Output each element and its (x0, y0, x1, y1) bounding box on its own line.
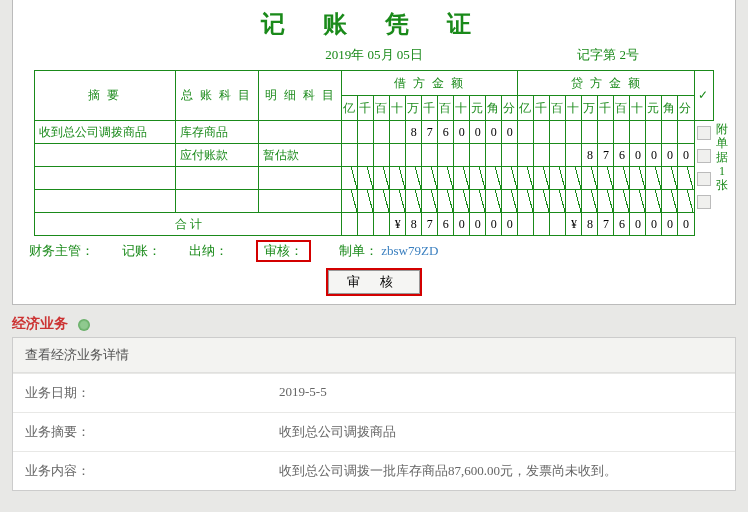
debit-digit (486, 144, 502, 167)
col-debit: 借 方 金 额 (342, 71, 518, 96)
credit-digit (630, 121, 646, 144)
cell-general: 库存商品 (175, 121, 258, 144)
col-summary: 摘 要 (35, 71, 176, 121)
credit-digit (662, 190, 678, 213)
debit-digit (422, 190, 438, 213)
credit-digit (566, 167, 582, 190)
credit-digit (518, 167, 534, 190)
sign-maker-value: zbsw79ZD (381, 243, 438, 258)
credit-digit: 7 (598, 144, 614, 167)
debit-digit (454, 144, 470, 167)
sign-maker-label: 制单： (339, 243, 378, 258)
table-row (35, 167, 714, 190)
credit-digit (550, 121, 566, 144)
cell-sub: 暂估款 (259, 144, 342, 167)
debit-digit (390, 144, 406, 167)
credit-digit (614, 190, 630, 213)
detail-key: 业务摘要： (13, 413, 267, 451)
signoff-row: 财务主管： 记账： 出纳： 审核： 制单： zbsw79ZD (23, 236, 725, 262)
sign-auditor: 审核： (256, 240, 311, 262)
voucher-number: 记字第 2号 (577, 46, 639, 64)
row-checkbox[interactable] (697, 126, 711, 140)
table-row: 收到总公司调拨商品库存商品8760000 (35, 121, 714, 144)
debit-digit (358, 144, 374, 167)
row-checkbox[interactable] (697, 172, 711, 186)
debit-digit: 0 (454, 121, 470, 144)
credit-digit (630, 190, 646, 213)
cell-general (175, 167, 258, 190)
detail-key: 业务内容： (13, 452, 267, 490)
credit-digit (566, 121, 582, 144)
debit-digit (390, 190, 406, 213)
debit-digit: 0 (470, 121, 486, 144)
cell-sub (259, 121, 342, 144)
debit-digit (486, 190, 502, 213)
refresh-icon[interactable] (78, 319, 90, 331)
credit-digit (534, 167, 550, 190)
debit-digit (438, 167, 454, 190)
cell-general (175, 190, 258, 213)
debit-digit (470, 144, 486, 167)
voucher-container: 记 账 凭 证 2019年 05月 05日 记字第 2号 附单据 1 张 (12, 0, 736, 305)
credit-digit (534, 144, 550, 167)
credit-digit (534, 121, 550, 144)
audit-button[interactable]: 审 核 (328, 270, 419, 294)
voucher-subtitle: 2019年 05月 05日 记字第 2号 (23, 46, 725, 70)
col-general: 总 账 科 目 (175, 71, 258, 121)
credit-digit (630, 167, 646, 190)
debit-digit (342, 167, 358, 190)
row-checkbox[interactable] (697, 149, 711, 163)
business-detail-panel: 查看经济业务详情 业务日期：2019-5-5业务摘要：收到总公司调拨商品业务内容… (12, 337, 736, 491)
debit-digit: 0 (502, 121, 518, 144)
credit-digit (614, 167, 630, 190)
debit-digit (358, 121, 374, 144)
detail-row: 业务摘要：收到总公司调拨商品 (13, 412, 735, 451)
debit-digit (438, 144, 454, 167)
col-credit: 贷 方 金 额 (518, 71, 694, 96)
col-sub: 明 细 科 目 (259, 71, 342, 121)
debit-digit (342, 190, 358, 213)
cell-summary (35, 167, 176, 190)
credit-digit (598, 167, 614, 190)
credit-digit (582, 190, 598, 213)
detail-value: 2019-5-5 (267, 374, 735, 412)
credit-digit (598, 121, 614, 144)
credit-digit: 0 (662, 144, 678, 167)
voucher-title: 记 账 凭 证 (23, 6, 725, 46)
credit-digit (518, 121, 534, 144)
debit-digit (406, 144, 422, 167)
credit-digit: 0 (630, 144, 646, 167)
credit-digit (582, 167, 598, 190)
credit-digit (678, 190, 694, 213)
credit-digit (662, 167, 678, 190)
credit-digit (550, 167, 566, 190)
sign-bookkeeper: 记账： (122, 242, 161, 260)
debit-digit (342, 144, 358, 167)
credit-digit (550, 144, 566, 167)
debit-digit (438, 190, 454, 213)
debit-digit (470, 167, 486, 190)
credit-digit (550, 190, 566, 213)
detail-key: 业务日期： (13, 374, 267, 412)
credit-digit (614, 121, 630, 144)
col-check: ✓ (694, 71, 713, 121)
detail-row: 业务内容：收到总公司调拨一批库存商品87,600.00元，发票尚未收到。 (13, 451, 735, 490)
debit-digit (374, 167, 390, 190)
debit-digit: 6 (438, 121, 454, 144)
detail-row: 业务日期：2019-5-5 (13, 373, 735, 412)
detail-value: 收到总公司调拨商品 (267, 413, 735, 451)
credit-digit: 0 (678, 144, 694, 167)
credit-digit: 6 (614, 144, 630, 167)
credit-digit: 0 (646, 144, 662, 167)
credit-digit (534, 190, 550, 213)
attachments-label: 附单据 1 张 (715, 122, 729, 192)
row-checkbox[interactable] (697, 195, 711, 209)
debit-digit: 0 (486, 121, 502, 144)
credit-digit (518, 190, 534, 213)
sign-finance: 财务主管： (29, 242, 94, 260)
debit-digit (358, 167, 374, 190)
credit-digit (566, 144, 582, 167)
debit-digit (406, 167, 422, 190)
credit-digit (678, 167, 694, 190)
cell-sub (259, 167, 342, 190)
